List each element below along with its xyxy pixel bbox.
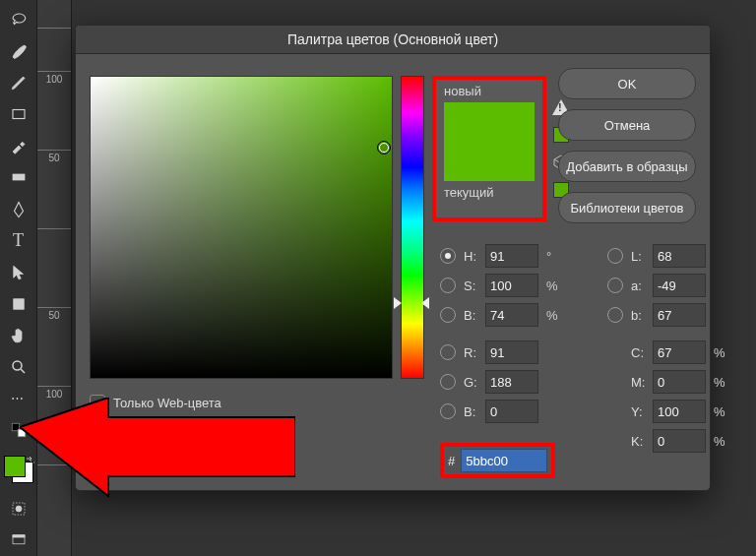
label-s: S:: [464, 278, 485, 293]
add-swatch-button[interactable]: Добавить в образцы: [558, 151, 696, 182]
label-y: Y:: [631, 404, 653, 419]
hue-slider[interactable]: [401, 76, 424, 379]
svg-point-3: [13, 361, 22, 370]
dialog-title: Палитра цветов (Основной цвет): [287, 31, 498, 47]
ruler-tick-label: 100: [37, 74, 71, 85]
svg-rect-5: [18, 429, 26, 437]
label-m: M:: [631, 375, 653, 390]
svg-point-7: [16, 506, 22, 512]
label-k: K:: [631, 434, 653, 449]
label-bri: B:: [464, 308, 485, 323]
brush-tool[interactable]: [6, 39, 32, 63]
zoom-tool[interactable]: [6, 355, 32, 379]
input-b[interactable]: [485, 400, 538, 423]
input-l[interactable]: [653, 244, 706, 268]
label-h: H:: [464, 249, 485, 264]
input-s[interactable]: [485, 274, 538, 297]
hex-row: #: [440, 443, 555, 478]
radio-r[interactable]: [440, 344, 456, 360]
label-l: L:: [631, 249, 653, 264]
hex-input[interactable]: [461, 449, 547, 472]
type-tool[interactable]: T: [6, 229, 32, 253]
more-tool[interactable]: ⋯: [6, 387, 32, 410]
new-label: новый: [436, 80, 542, 102]
ruler-tick-label: 50: [37, 153, 71, 163]
radio-a[interactable]: [607, 278, 623, 293]
svg-rect-1: [13, 174, 25, 180]
hash-label: #: [448, 454, 455, 468]
input-m[interactable]: [653, 370, 706, 394]
input-bb[interactable]: [653, 303, 706, 327]
input-y[interactable]: [653, 400, 706, 423]
foreground-color[interactable]: [4, 456, 26, 477]
radio-h[interactable]: [440, 248, 456, 264]
radio-b[interactable]: [440, 403, 456, 419]
web-colors-checkbox[interactable]: [90, 395, 105, 410]
foreground-background-swatch[interactable]: [4, 456, 33, 483]
label-b: B:: [464, 404, 485, 419]
web-colors-checkbox-row[interactable]: Только Web-цвета: [90, 395, 221, 410]
input-bri[interactable]: [485, 303, 538, 327]
current-color-swatch[interactable]: [444, 142, 535, 181]
ok-button[interactable]: OK: [558, 68, 696, 99]
label-bb: b:: [631, 308, 653, 323]
input-r[interactable]: [485, 340, 538, 364]
label-c: C:: [631, 345, 653, 360]
saturation-field[interactable]: [90, 76, 393, 379]
color-picker-dialog: Палитра цветов (Основной цвет) новый тек…: [75, 25, 711, 491]
radio-bri[interactable]: [440, 307, 456, 323]
svg-rect-9: [13, 535, 25, 537]
pen-tool[interactable]: [6, 197, 32, 220]
quickmask-icon[interactable]: [6, 497, 32, 521]
path-select-tool[interactable]: [6, 261, 32, 284]
rectangle-tool[interactable]: [6, 102, 32, 126]
eyedropper-tool[interactable]: [6, 134, 32, 157]
screenmode-icon[interactable]: [6, 528, 32, 552]
cancel-button[interactable]: Отмена: [558, 109, 696, 141]
color-libraries-button[interactable]: Библиотеки цветов: [558, 192, 696, 223]
web-colors-label: Только Web-цвета: [113, 396, 221, 410]
new-color-swatch: [444, 102, 535, 142]
hand-tool[interactable]: [6, 324, 32, 347]
label-g: G:: [464, 375, 485, 390]
radio-s[interactable]: [440, 278, 456, 293]
gradient-tool[interactable]: [6, 165, 32, 189]
tools-panel: T ⋯: [0, 0, 37, 556]
current-label: текущий: [436, 181, 542, 204]
input-g[interactable]: [485, 370, 538, 394]
radio-l[interactable]: [607, 248, 623, 264]
svg-rect-2: [13, 298, 24, 309]
input-k[interactable]: [653, 429, 706, 453]
vertical-ruler: 100 50 50 100: [37, 0, 72, 556]
input-c[interactable]: [653, 340, 706, 364]
ruler-tick-label: 100: [37, 389, 71, 400]
shape-tool[interactable]: [6, 292, 32, 316]
pencil-tool[interactable]: [6, 71, 32, 94]
default-colors-icon[interactable]: [6, 418, 32, 442]
hue-pointer[interactable]: [394, 297, 429, 309]
label-r: R:: [464, 345, 485, 360]
dialog-titlebar[interactable]: Палитра цветов (Основной цвет): [76, 26, 710, 54]
radio-g[interactable]: [440, 374, 456, 390]
ruler-tick-label: 50: [37, 310, 71, 321]
new-current-swatch: новый текущий: [432, 76, 546, 221]
input-a[interactable]: [653, 274, 706, 297]
label-a: a:: [631, 278, 653, 293]
lasso-tool[interactable]: [6, 8, 32, 31]
input-h[interactable]: [485, 244, 538, 268]
svg-rect-0: [13, 110, 25, 119]
color-marker[interactable]: [377, 141, 391, 154]
radio-bb[interactable]: [607, 307, 623, 323]
